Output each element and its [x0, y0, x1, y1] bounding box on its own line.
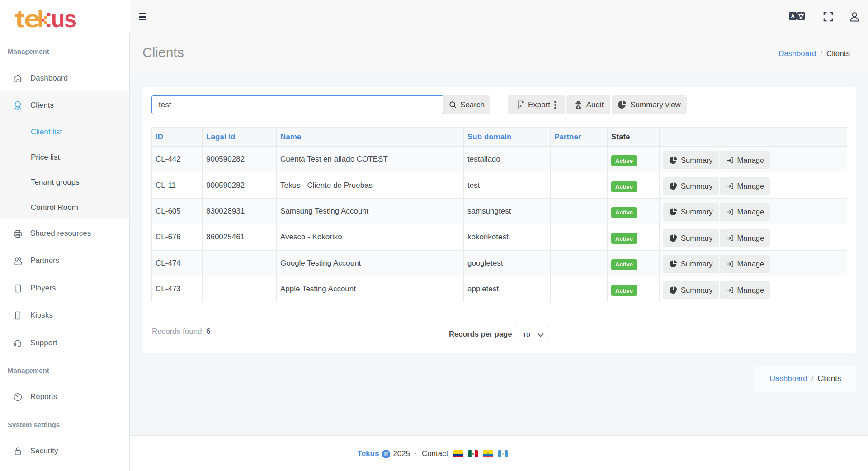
svg-text:A: A [791, 13, 795, 19]
svg-text:R: R [384, 451, 388, 457]
svg-text:te: te [15, 7, 40, 31]
svg-text:us: us [51, 7, 76, 31]
